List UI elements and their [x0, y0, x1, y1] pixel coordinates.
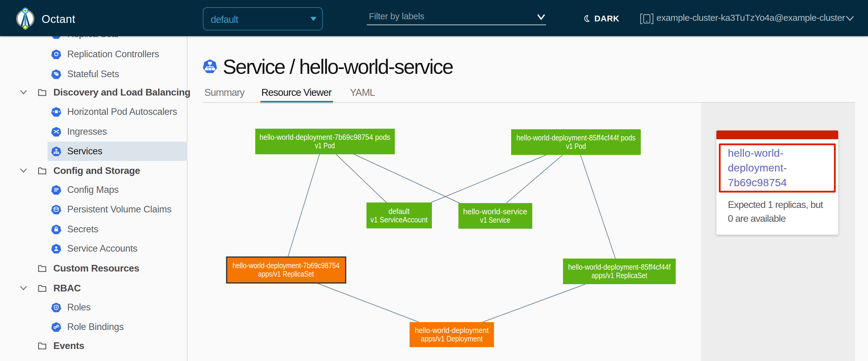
- svg-text:hello-world-deployment-7b69c98: hello-world-deployment-7b69c98754 pods: [259, 133, 390, 141]
- svg-text:apps/v1 ReplicaSet: apps/v1 ReplicaSet: [592, 271, 647, 280]
- svg-text:v1 ServiceAccount: v1 ServiceAccount: [370, 216, 428, 224]
- svg-text:apps/v1 Deployment: apps/v1 Deployment: [421, 334, 483, 343]
- svg-text:v1 Service: v1 Service: [480, 216, 510, 224]
- svg-text:default: default: [389, 207, 410, 216]
- svg-text:hello-world-deployment-85ff4cf: hello-world-deployment-85ff4cf44f pods: [517, 133, 636, 142]
- svg-text:hello-world-deployment-7b69c98: hello-world-deployment-7b69c98754: [233, 261, 340, 270]
- svg-text:v1 Pod: v1 Pod: [315, 141, 335, 150]
- svg-text:hello-world-deployment: hello-world-deployment: [415, 326, 489, 334]
- svg-text:v1 Pod: v1 Pod: [566, 142, 586, 151]
- svg-text:apps/v1 ReplicaSet: apps/v1 ReplicaSet: [258, 270, 314, 278]
- svg-text:hello-world-deployment-85ff4cf: hello-world-deployment-85ff4cf44f: [568, 263, 671, 271]
- svg-text:hello-world-service: hello-world-service: [463, 207, 527, 216]
